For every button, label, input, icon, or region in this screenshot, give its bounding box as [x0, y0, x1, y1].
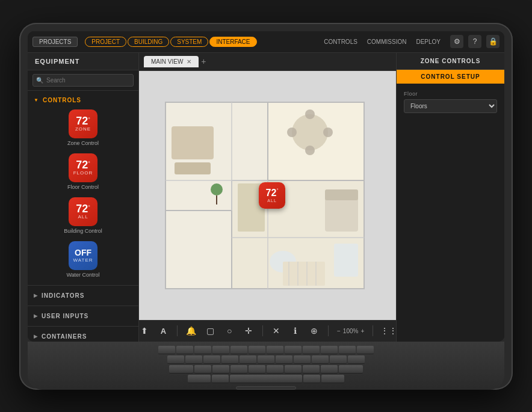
tab-add-button[interactable]: +	[201, 57, 206, 66]
key[interactable]	[240, 355, 256, 364]
info-tool[interactable]: ℹ	[290, 324, 301, 338]
view-tabs: MAIN VIEW ✕ +	[139, 53, 396, 71]
close-tool[interactable]: ✕	[271, 324, 282, 338]
key-space[interactable]	[230, 375, 302, 383]
zone-label: Zone Control	[67, 140, 99, 146]
key[interactable]	[303, 346, 320, 354]
text-tool[interactable]: A	[158, 324, 169, 338]
breadcrumb-interface[interactable]: INTERFACE	[209, 37, 256, 47]
floor-plan: 72 ° ALL	[153, 84, 382, 307]
key[interactable]	[321, 346, 338, 354]
settings-icon[interactable]: ⚙	[450, 35, 463, 48]
key[interactable]	[203, 355, 220, 364]
thermostat-temp: 72	[266, 188, 277, 198]
toolbar-divider-2	[262, 325, 263, 336]
breadcrumb-project[interactable]: PROJECT	[85, 37, 126, 47]
zone-badge: 72 ° ZONE	[69, 109, 97, 138]
key[interactable]	[339, 346, 356, 354]
help-icon[interactable]: ?	[468, 35, 481, 48]
key-shift-left[interactable]	[169, 365, 193, 374]
floor-select[interactable]: Floors Floor 1 Floor 2 Floor 3	[404, 99, 497, 113]
key[interactable]	[303, 365, 320, 374]
key[interactable]	[194, 365, 211, 374]
key[interactable]	[348, 355, 365, 364]
containers-header[interactable]: ▶ CONTAINERS	[28, 330, 138, 342]
zone-control-item[interactable]: 72 ° ZONE Zone Control	[28, 106, 138, 150]
nav-controls[interactable]: CONTROLS	[324, 38, 357, 45]
thermostat-overlay[interactable]: 72 ° ALL	[259, 182, 285, 209]
svg-rect-8	[172, 126, 214, 159]
move-tool[interactable]: ✛	[243, 324, 254, 338]
key-ctrl-r[interactable]	[321, 375, 344, 383]
key[interactable]	[212, 365, 229, 374]
rect-tool[interactable]: ▢	[205, 324, 216, 338]
water-sub: WATER	[73, 257, 93, 263]
trackpad[interactable]	[236, 386, 296, 390]
view-canvas[interactable]: 72 ° ALL	[139, 71, 396, 320]
key[interactable]	[158, 346, 175, 354]
search-input[interactable]	[32, 74, 134, 87]
key[interactable]	[321, 365, 338, 374]
key[interactable]	[212, 346, 229, 354]
key[interactable]	[249, 346, 265, 354]
cursor-tool[interactable]: ⬆	[139, 324, 150, 338]
zoom-minus[interactable]: −	[337, 328, 341, 334]
nav-deploy[interactable]: DEPLOY	[416, 38, 441, 45]
key[interactable]	[194, 346, 211, 354]
key[interactable]	[285, 365, 302, 374]
key[interactable]	[185, 355, 202, 364]
key[interactable]	[294, 355, 311, 364]
water-off: OFF	[75, 248, 91, 257]
toolbar-divider-3	[328, 325, 329, 336]
user-inputs-header[interactable]: ▶ USER INPUTS	[28, 309, 138, 323]
lock-icon[interactable]: 🔒	[486, 35, 500, 48]
indicators-header[interactable]: ▶ INDICATORS	[28, 289, 138, 303]
projects-button[interactable]: PROJECTS	[32, 37, 78, 47]
key-alt[interactable]	[212, 375, 229, 383]
thermostat-sub: ALL	[267, 198, 276, 203]
key[interactable]	[285, 346, 302, 354]
nav-icons: ⚙ ? 🔒	[450, 35, 500, 48]
grip-icon[interactable]: ⋮⋮	[382, 324, 396, 338]
key[interactable]	[258, 355, 274, 364]
svg-point-20	[211, 183, 223, 195]
breadcrumb-system[interactable]: SYSTEM	[170, 37, 208, 47]
user-inputs-label: USER INPUTS	[42, 313, 88, 319]
nav-tabs-right: CONTROLS COMMISSION DEPLOY	[324, 38, 441, 45]
control-setup-tab[interactable]: CONTROL SETUP	[397, 70, 504, 84]
key[interactable]	[267, 346, 283, 354]
zone-temp: 72	[76, 115, 88, 126]
tab-close-icon[interactable]: ✕	[187, 58, 191, 65]
key[interactable]	[330, 355, 347, 364]
key[interactable]	[230, 346, 247, 354]
toolbar-divider-1	[177, 325, 178, 336]
key[interactable]	[221, 355, 238, 364]
key[interactable]	[230, 365, 247, 374]
key-alt-r[interactable]	[303, 375, 320, 383]
building-control-item[interactable]: 72 ° ALL Building Control	[28, 194, 138, 238]
floor-control-item[interactable]: 72 ° FLOOR Floor Control	[28, 150, 138, 194]
building-badge: 72 ° ALL	[69, 197, 97, 226]
key[interactable]	[312, 355, 329, 364]
floor-label: Floor Control	[67, 184, 99, 190]
circle-tool[interactable]: ○	[224, 324, 235, 338]
key-shift-right[interactable]	[339, 365, 363, 374]
svg-rect-17	[334, 244, 358, 277]
water-control-item[interactable]: OFF WATER Water Control	[28, 238, 138, 281]
key[interactable]	[267, 365, 283, 374]
controls-header[interactable]: ▼ CONTROLS	[28, 94, 138, 106]
key[interactable]	[167, 355, 184, 364]
breadcrumb-building[interactable]: BUILDING	[128, 37, 169, 47]
key[interactable]	[276, 355, 292, 364]
key[interactable]	[176, 346, 193, 354]
nav-commission[interactable]: COMMISSION	[367, 38, 407, 45]
key[interactable]	[357, 346, 374, 354]
nav-tool[interactable]: ⊕	[309, 324, 320, 338]
main-view-tab[interactable]: MAIN VIEW ✕	[144, 56, 199, 67]
zoom-level: 100%	[343, 328, 359, 334]
floor-sub: FLOOR	[73, 170, 93, 176]
bell-tool[interactable]: 🔔	[186, 324, 197, 338]
key-ctrl[interactable]	[188, 375, 211, 383]
zoom-plus[interactable]: +	[360, 328, 364, 334]
key[interactable]	[249, 365, 265, 374]
